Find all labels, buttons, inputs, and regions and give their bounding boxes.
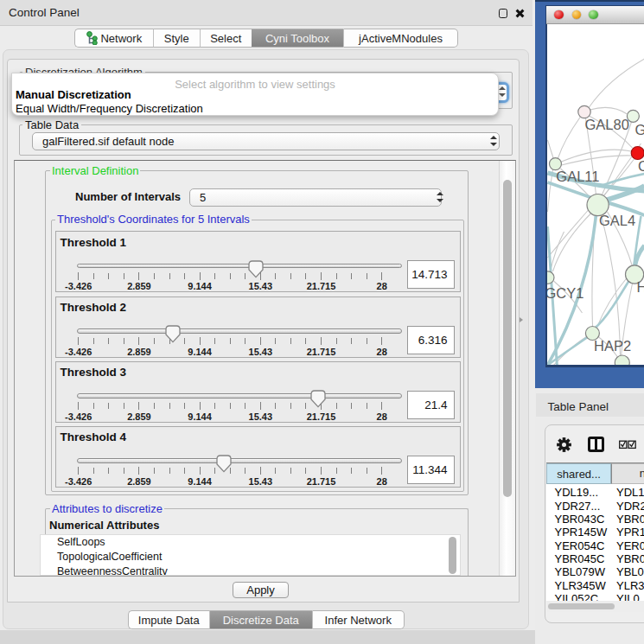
svg-text:CRM: CRM bbox=[638, 158, 644, 174]
svg-text:HAP2: HAP2 bbox=[594, 338, 631, 354]
svg-text:GAL11: GAL11 bbox=[556, 169, 599, 184]
svg-text:GAL80: GAL80 bbox=[584, 117, 628, 132]
svg-text:GCY1: GCY1 bbox=[547, 285, 583, 301]
svg-text:GAL4: GAL4 bbox=[598, 213, 634, 228]
svg-text:GAL2: GAL2 bbox=[634, 122, 644, 137]
svg-text:HAP1: HAP1 bbox=[636, 279, 644, 295]
